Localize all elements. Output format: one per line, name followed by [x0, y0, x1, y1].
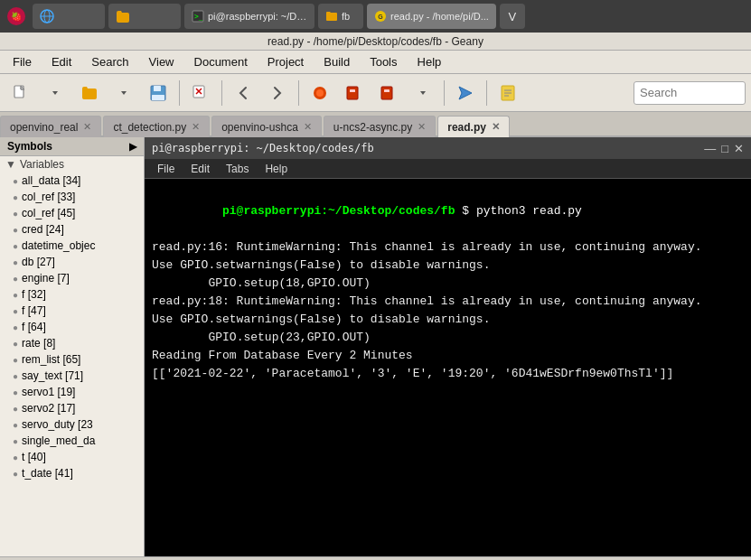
toolbar-note-btn[interactable] — [493, 78, 523, 108]
dot-icon: ● — [13, 176, 18, 186]
terminal-body[interactable]: pi@raspberrypi:~/Desktop/codes/fb $ pyth… — [145, 179, 751, 556]
menu-view[interactable]: View — [140, 53, 183, 70]
menu-search[interactable]: Search — [82, 53, 137, 70]
sidebar-item-col-ref1[interactable]: ● col_ref [33] — [7, 189, 144, 205]
sidebar-item-t40[interactable]: ● t [40] — [7, 449, 144, 465]
toolbar-build3-dropdown-btn[interactable] — [408, 78, 438, 108]
toolbar-new-btn[interactable] — [5, 78, 36, 108]
tab-close-ct-detection[interactable]: ✕ — [192, 121, 200, 133]
sidebar-item-single-med[interactable]: ● single_med_da — [7, 433, 144, 449]
terminal-minimize-btn[interactable]: — — [704, 142, 716, 155]
tab-openvino-ushca[interactable]: openvino-ushca ✕ — [211, 116, 322, 137]
build-icon — [311, 84, 329, 102]
sidebar-item-servo2[interactable]: ● servo2 [17] — [7, 400, 144, 416]
toolbar-new-dropdown-btn[interactable] — [40, 78, 70, 108]
toolbar — [0, 74, 751, 112]
sidebar-item-col-ref2[interactable]: ● col_ref [45] — [7, 205, 144, 221]
toolbar-forward-btn[interactable] — [262, 78, 293, 108]
note-icon — [499, 84, 517, 102]
send-icon — [456, 84, 474, 102]
sidebar-item-cred[interactable]: ● cred [24] — [7, 221, 144, 238]
taskbar-geany-btn[interactable]: G read.py - /home/pi/D... — [367, 4, 496, 29]
tab-ct-detection[interactable]: ct_detection.py ✕ — [103, 116, 210, 137]
menu-edit[interactable]: Edit — [42, 53, 80, 70]
tab-read-py[interactable]: read.py ✕ — [437, 116, 510, 137]
terminal-overlay: pi@raspberrypi: ~/Desktop/codes/fb — □ ✕… — [145, 137, 751, 556]
terminal-line-7: Reading From Database Every 2 Minutes — [152, 347, 744, 365]
svg-rect-20 — [347, 87, 358, 99]
terminal-menu-edit[interactable]: Edit — [183, 161, 217, 177]
tab-close-u-ncs2-async[interactable]: ✕ — [418, 121, 426, 133]
taskbar-browser-btn[interactable] — [33, 4, 105, 29]
toolbar-save-btn[interactable] — [143, 78, 174, 108]
toolbar-build2-btn[interactable] — [339, 78, 370, 108]
taskbar-v-btn[interactable]: V — [500, 4, 525, 29]
toolbar-sep2 — [221, 80, 222, 106]
terminal-line-1: read.py:16: RuntimeWarning: This channel… — [152, 238, 744, 257]
menubar: File Edit Search View Document Project B… — [0, 51, 751, 74]
editor-area: 39 40 41 42 43 44 45 46 47 48 49 50 51 5… — [145, 137, 751, 556]
menu-file[interactable]: File — [4, 53, 41, 70]
dot-icon: ● — [13, 453, 18, 462]
sidebar-item-say-text[interactable]: ● say_text [71] — [7, 368, 144, 384]
sidebar-item-datetime[interactable]: ● datetime_objec — [7, 238, 144, 254]
menu-build[interactable]: Build — [314, 53, 359, 70]
dot-icon: ● — [13, 290, 18, 300]
dot-icon: ● — [13, 404, 18, 414]
tab-close-openvino-real[interactable]: ✕ — [83, 121, 91, 133]
terminal-maximize-btn[interactable]: □ — [721, 142, 728, 155]
dot-icon: ● — [13, 469, 18, 479]
toolbar-search-box[interactable] — [634, 81, 746, 105]
svg-rect-23 — [384, 89, 390, 92]
toolbar-close-btn[interactable] — [185, 78, 216, 108]
sidebar-item-f64[interactable]: ● f [64] — [7, 319, 144, 335]
item-label: db [27] — [22, 256, 55, 268]
menu-tools[interactable]: Tools — [361, 53, 406, 70]
dot-icon: ● — [13, 371, 18, 381]
sidebar-item-db[interactable]: ● db [27] — [7, 254, 144, 270]
sidebar-item-t-date[interactable]: ● t_date [41] — [7, 465, 144, 481]
taskbar-terminal1-btn[interactable]: >_ pi@raspberrypi: ~/De... — [184, 4, 314, 29]
sidebar-item-rem-list[interactable]: ● rem_list [65] — [7, 351, 144, 368]
search-input[interactable] — [640, 86, 739, 99]
folder-label: fb — [342, 11, 350, 22]
sidebar-item-servo1[interactable]: ● servo1 [19] — [7, 384, 144, 400]
toolbar-back-btn[interactable] — [228, 78, 258, 108]
sidebar-item-variables-group[interactable]: ▼ Variables — [0, 156, 144, 173]
taskbar-files-btn[interactable] — [108, 4, 181, 29]
menu-document[interactable]: Document — [185, 53, 257, 70]
sidebar-item-f47[interactable]: ● f [47] — [7, 303, 144, 319]
sidebar-item-engine[interactable]: ● engine [7] — [7, 270, 144, 286]
tab-close-openvino-ushca[interactable]: ✕ — [304, 121, 312, 133]
toolbar-open-btn[interactable] — [74, 78, 105, 108]
toolbar-build3-btn[interactable] — [373, 78, 404, 108]
toolbar-build1-btn[interactable] — [305, 78, 335, 108]
terminal-close-btn[interactable]: ✕ — [734, 142, 744, 155]
svg-marker-25 — [459, 87, 472, 99]
terminal-menu-file[interactable]: File — [150, 161, 182, 177]
tab-close-read-py[interactable]: ✕ — [492, 121, 500, 133]
toolbar-open-dropdown-btn[interactable] — [108, 78, 139, 108]
toolbar-send-btn[interactable] — [450, 78, 481, 108]
terminal-menu-help[interactable]: Help — [258, 161, 295, 177]
sidebar: Symbols ▶ ▼ Variables ● all_data [34] ● … — [0, 137, 145, 556]
taskbar-folder-btn[interactable]: fb — [318, 4, 363, 29]
terminal-command: python3 read.py — [476, 204, 582, 218]
tab-label-active: read.py — [447, 121, 486, 134]
save-icon — [149, 84, 167, 102]
sidebar-item-rate[interactable]: ● rate [8] — [7, 335, 144, 351]
open-dropdown-arrow-icon — [119, 84, 128, 102]
menu-project[interactable]: Project — [258, 53, 313, 70]
sidebar-item-all-data[interactable]: ● all_data [34] — [7, 173, 144, 189]
sidebar-item-servo-duty[interactable]: ● servo_duty [23 — [7, 416, 144, 433]
folder-icon — [116, 9, 130, 23]
taskbar-rpi-icon[interactable]: 🍓 — [4, 4, 29, 29]
sidebar-toggle-btn[interactable]: ▶ — [129, 141, 136, 153]
menu-help[interactable]: Help — [408, 53, 451, 70]
sidebar-item-f32[interactable]: ● f [32] — [7, 286, 144, 303]
terminal-menu-tabs[interactable]: Tabs — [219, 161, 256, 177]
tab-u-ncs2-async[interactable]: u-ncs2-async.py ✕ — [324, 116, 436, 137]
taskbar: 🍓 >_ pi@raspberrypi: ~/De... fb G — [0, 0, 751, 33]
collapse-icon: ▼ — [5, 158, 16, 171]
tab-openvino-real[interactable]: openvino_real ✕ — [0, 116, 101, 137]
